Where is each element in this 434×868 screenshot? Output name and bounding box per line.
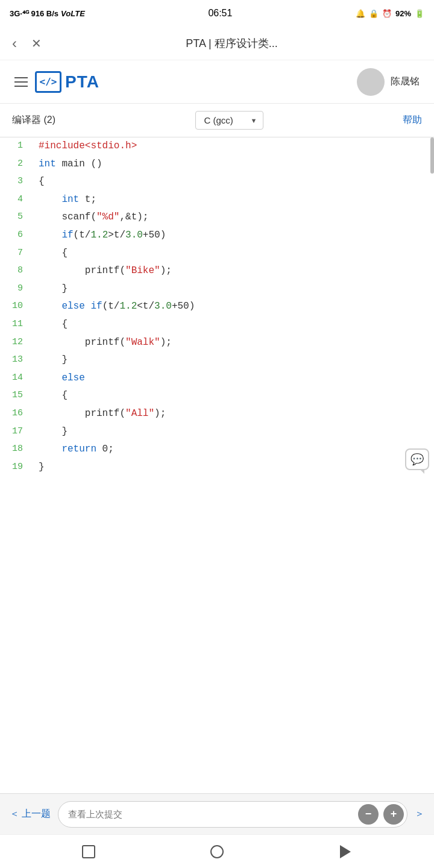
token-str: "Bike" <box>125 265 160 276</box>
code-line-16: 16 printf("All"); <box>0 405 434 423</box>
token-str: "All" <box>125 408 154 419</box>
token-kw: return <box>61 444 96 454</box>
line-number-9: 9 <box>0 280 29 298</box>
nav-back-button[interactable] <box>336 843 354 861</box>
token-plain <box>39 230 61 241</box>
input-wrapper: − + <box>58 801 407 828</box>
token-plain: } <box>39 283 68 294</box>
line-code-9: } <box>29 280 434 298</box>
token-plain: (t/ <box>102 301 120 312</box>
status-right: 🔔 🔒 ⏰ 92% 🔋 <box>356 9 424 18</box>
token-kw: else <box>61 301 84 312</box>
prev-arrow: ＜ <box>10 808 19 820</box>
scrollbar[interactable] <box>430 137 434 174</box>
token-plain: } <box>39 354 68 365</box>
home-icon <box>210 845 224 858</box>
bell-icon: 🔔 <box>356 9 365 18</box>
code-line-8: 8 printf("Bike"); <box>0 262 434 280</box>
code-editor[interactable]: 1#include<stdio.h>2int main ()3{4 int t;… <box>0 137 434 476</box>
line-number-7: 7 <box>0 245 29 263</box>
line-code-6: if(t/1.2>t/3.0+50) <box>29 227 434 245</box>
back-icon <box>340 845 351 858</box>
code-line-2: 2int main () <box>0 156 434 174</box>
avatar[interactable] <box>357 68 385 96</box>
page-title: PTA | 程序设计类... <box>42 36 422 51</box>
token-num: 3.0 <box>125 230 143 241</box>
token-plain: { <box>39 319 68 330</box>
token-plain: printf( <box>39 265 125 276</box>
token-plain: printf( <box>39 337 125 348</box>
prev-button[interactable]: ＜ 上一题 <box>10 808 51 820</box>
line-code-18: return 0; <box>29 441 434 459</box>
volte-label: VoLTE <box>61 9 85 18</box>
code-line-9: 9 } <box>0 280 434 298</box>
token-plain: } <box>39 462 45 473</box>
token-plain <box>39 373 61 383</box>
compiler-select-wrapper[interactable]: C (gcc) C++ (g++) <box>195 111 263 130</box>
code-line-11: 11 { <box>0 316 434 334</box>
bottom-bar: ＜ 上一题 − + ＞ <box>0 793 434 834</box>
header-bar: </> PTA 陈晟铭 <box>0 60 434 104</box>
code-line-3: 3{ <box>0 173 434 191</box>
code-line-5: 5 scanf("%d",&t); <box>0 209 434 227</box>
hamburger-line <box>14 81 28 83</box>
next-button[interactable]: ＞ <box>415 808 424 820</box>
token-plain <box>39 194 61 205</box>
token-plain <box>39 301 61 312</box>
token-plain: printf( <box>39 408 125 419</box>
token-plain: ); <box>154 408 166 419</box>
token-plain: 0; <box>96 444 114 454</box>
code-line-15: 15 { <box>0 387 434 405</box>
lock-icon: 🔒 <box>369 9 379 18</box>
code-line-12: 12 printf("Walk"); <box>0 334 434 352</box>
hamburger-line <box>14 86 28 87</box>
compiler-select[interactable]: C (gcc) C++ (g++) <box>195 111 263 130</box>
status-left: 3G·⁴ᴳ 916 B/s VoLTE <box>10 9 85 18</box>
search-input[interactable] <box>58 801 407 828</box>
token-kw: else <box>61 373 84 383</box>
logo: </> PTA <box>35 71 99 93</box>
chat-icon: 💬 <box>410 453 424 466</box>
line-code-19: } <box>29 459 434 477</box>
line-number-4: 4 <box>0 191 29 209</box>
logo-icon: </> <box>35 71 61 93</box>
compiler-bar: 编译器 (2) C (gcc) C++ (g++) 帮助 <box>0 104 434 137</box>
line-code-1: #include<stdio.h> <box>29 137 434 156</box>
line-code-5: scanf("%d",&t); <box>29 209 434 227</box>
line-code-17: } <box>29 423 434 441</box>
token-plain: ); <box>160 337 172 348</box>
code-line-17: 17 } <box>0 423 434 441</box>
token-plain: { <box>39 390 68 401</box>
token-plain <box>39 444 61 454</box>
close-button[interactable]: ✕ <box>31 36 42 51</box>
code-line-13: 13 } <box>0 351 434 370</box>
system-nav-bar <box>0 834 434 868</box>
nav-recents-button[interactable] <box>80 843 98 861</box>
compiler-label: 编译器 (2) <box>12 114 55 127</box>
token-plain: } <box>39 426 68 437</box>
token-plain: main () <box>56 159 102 169</box>
battery-percent: 92% <box>395 9 411 18</box>
line-number-2: 2 <box>0 156 29 174</box>
line-number-12: 12 <box>0 334 29 352</box>
recents-icon <box>82 845 95 858</box>
zoom-plus-button[interactable]: + <box>383 804 404 825</box>
line-code-16: printf("All"); <box>29 405 434 423</box>
line-number-18: 18 <box>0 441 29 459</box>
hamburger-button[interactable] <box>14 77 28 87</box>
token-kw: if <box>90 301 102 312</box>
line-code-15: { <box>29 387 434 405</box>
line-code-14: else <box>29 370 434 388</box>
line-number-17: 17 <box>0 423 29 441</box>
help-link[interactable]: 帮助 <box>403 114 422 127</box>
line-number-6: 6 <box>0 227 29 245</box>
back-button[interactable]: ‹ <box>12 35 17 52</box>
line-number-15: 15 <box>0 387 29 405</box>
nav-home-button[interactable] <box>208 843 226 861</box>
nav-bar: ‹ ✕ PTA | 程序设计类... <box>0 27 434 60</box>
line-code-7: { <box>29 245 434 263</box>
line-number-1: 1 <box>0 137 29 156</box>
chat-bubble-button[interactable]: 💬 <box>405 448 429 470</box>
line-number-13: 13 <box>0 351 29 370</box>
zoom-minus-button[interactable]: − <box>358 804 379 825</box>
